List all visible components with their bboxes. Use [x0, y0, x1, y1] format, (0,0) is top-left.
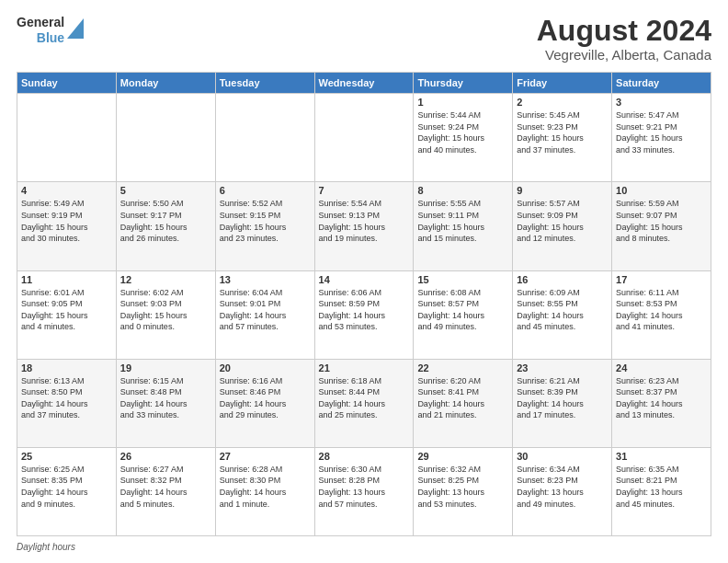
table-row: 10Sunrise: 5:59 AMSunset: 9:07 PMDayligh… — [612, 182, 711, 270]
table-row: 14Sunrise: 6:06 AMSunset: 8:59 PMDayligh… — [314, 270, 414, 359]
table-row: 16Sunrise: 6:09 AMSunset: 8:55 PMDayligh… — [513, 270, 612, 359]
table-row: 7Sunrise: 5:54 AMSunset: 9:13 PMDaylight… — [314, 182, 414, 270]
col-thursday: Thursday — [414, 73, 513, 94]
col-wednesday: Wednesday — [314, 73, 414, 94]
day-info: Sunrise: 5:55 AMSunset: 9:11 PMDaylight:… — [417, 198, 508, 244]
day-number: 14 — [319, 274, 410, 285]
day-info: Sunrise: 5:45 AMSunset: 9:23 PMDaylight:… — [517, 109, 608, 155]
day-number: 27 — [220, 451, 311, 462]
table-row: 21Sunrise: 6:18 AMSunset: 8:44 PMDayligh… — [314, 359, 414, 447]
calendar-week-5: 25Sunrise: 6:25 AMSunset: 8:35 PMDayligh… — [17, 447, 711, 535]
day-number: 8 — [417, 185, 508, 196]
calendar-week-2: 4Sunrise: 5:49 AMSunset: 9:19 PMDaylight… — [17, 182, 711, 270]
table-row: 17Sunrise: 6:11 AMSunset: 8:53 PMDayligh… — [612, 270, 711, 359]
day-info: Sunrise: 6:09 AMSunset: 8:55 PMDaylight:… — [517, 287, 608, 333]
day-info: Sunrise: 6:28 AMSunset: 8:30 PMDaylight:… — [220, 464, 311, 510]
table-row — [116, 94, 215, 182]
day-info: Sunrise: 6:18 AMSunset: 8:44 PMDaylight:… — [319, 375, 410, 421]
day-info: Sunrise: 5:52 AMSunset: 9:15 PMDaylight:… — [220, 198, 311, 244]
table-row: 2Sunrise: 5:45 AMSunset: 9:23 PMDaylight… — [513, 94, 612, 182]
day-info: Sunrise: 6:21 AMSunset: 8:39 PMDaylight:… — [517, 375, 608, 421]
table-row: 11Sunrise: 6:01 AMSunset: 9:05 PMDayligh… — [17, 270, 117, 359]
calendar-week-3: 11Sunrise: 6:01 AMSunset: 9:05 PMDayligh… — [17, 270, 711, 359]
day-info: Sunrise: 6:20 AMSunset: 8:41 PMDaylight:… — [417, 375, 508, 421]
title-block: August 2024 Vegreville, Alberta, Canada — [537, 15, 711, 63]
day-number: 3 — [616, 97, 707, 108]
table-row: 4Sunrise: 5:49 AMSunset: 9:19 PMDaylight… — [17, 182, 117, 270]
day-number: 12 — [120, 274, 211, 285]
table-row: 13Sunrise: 6:04 AMSunset: 9:01 PMDayligh… — [215, 270, 314, 359]
table-row: 24Sunrise: 6:23 AMSunset: 8:37 PMDayligh… — [612, 359, 711, 447]
day-number: 29 — [417, 451, 508, 462]
day-info: Sunrise: 5:54 AMSunset: 9:13 PMDaylight:… — [319, 198, 410, 244]
table-row: 19Sunrise: 6:15 AMSunset: 8:48 PMDayligh… — [116, 359, 215, 447]
day-info: Sunrise: 6:27 AMSunset: 8:32 PMDaylight:… — [120, 464, 211, 510]
logo-blue: Blue — [37, 30, 64, 46]
day-number: 13 — [220, 274, 311, 285]
calendar-week-4: 18Sunrise: 6:13 AMSunset: 8:50 PMDayligh… — [17, 359, 711, 447]
day-info: Sunrise: 6:34 AMSunset: 8:23 PMDaylight:… — [517, 464, 608, 510]
calendar-table: Sunday Monday Tuesday Wednesday Thursday… — [17, 72, 711, 536]
day-info: Sunrise: 6:16 AMSunset: 8:46 PMDaylight:… — [220, 375, 311, 421]
day-number: 9 — [517, 185, 608, 196]
table-row: 6Sunrise: 5:52 AMSunset: 9:15 PMDaylight… — [215, 182, 314, 270]
day-number: 5 — [120, 185, 211, 196]
table-row: 27Sunrise: 6:28 AMSunset: 8:30 PMDayligh… — [215, 447, 314, 535]
day-info: Sunrise: 6:02 AMSunset: 9:03 PMDaylight:… — [120, 287, 211, 333]
day-info: Sunrise: 6:01 AMSunset: 9:05 PMDaylight:… — [21, 287, 112, 333]
logo: General Blue — [17, 15, 84, 46]
day-number: 4 — [21, 185, 112, 196]
table-row: 22Sunrise: 6:20 AMSunset: 8:41 PMDayligh… — [414, 359, 513, 447]
logo-icon — [67, 18, 84, 39]
table-row: 12Sunrise: 6:02 AMSunset: 9:03 PMDayligh… — [116, 270, 215, 359]
day-number: 6 — [220, 185, 311, 196]
col-saturday: Saturday — [612, 73, 711, 94]
col-friday: Friday — [513, 73, 612, 94]
table-row: 1Sunrise: 5:44 AMSunset: 9:24 PMDaylight… — [414, 94, 513, 182]
day-number: 31 — [616, 451, 707, 462]
day-number: 25 — [21, 451, 112, 462]
day-number: 22 — [417, 362, 508, 373]
table-row: 20Sunrise: 6:16 AMSunset: 8:46 PMDayligh… — [215, 359, 314, 447]
day-number: 17 — [616, 274, 707, 285]
col-monday: Monday — [116, 73, 215, 94]
day-info: Sunrise: 5:59 AMSunset: 9:07 PMDaylight:… — [616, 198, 707, 244]
day-number: 18 — [21, 362, 112, 373]
table-row: 3Sunrise: 5:47 AMSunset: 9:21 PMDaylight… — [612, 94, 711, 182]
table-row: 23Sunrise: 6:21 AMSunset: 8:39 PMDayligh… — [513, 359, 612, 447]
table-row: 25Sunrise: 6:25 AMSunset: 8:35 PMDayligh… — [17, 447, 117, 535]
day-info: Sunrise: 5:49 AMSunset: 9:19 PMDaylight:… — [21, 198, 112, 244]
header: General Blue August 2024 Vegreville, Alb… — [17, 15, 711, 63]
day-number: 24 — [616, 362, 707, 373]
footer: Daylight hours — [17, 542, 711, 552]
day-info: Sunrise: 6:35 AMSunset: 8:21 PMDaylight:… — [616, 464, 707, 510]
day-info: Sunrise: 6:23 AMSunset: 8:37 PMDaylight:… — [616, 375, 707, 421]
col-sunday: Sunday — [17, 73, 117, 94]
table-row: 28Sunrise: 6:30 AMSunset: 8:28 PMDayligh… — [314, 447, 414, 535]
day-number: 2 — [517, 97, 608, 108]
table-row: 31Sunrise: 6:35 AMSunset: 8:21 PMDayligh… — [612, 447, 711, 535]
day-number: 21 — [319, 362, 410, 373]
calendar-header-row: Sunday Monday Tuesday Wednesday Thursday… — [17, 73, 711, 94]
day-info: Sunrise: 6:11 AMSunset: 8:53 PMDaylight:… — [616, 287, 707, 333]
day-number: 7 — [319, 185, 410, 196]
table-row: 15Sunrise: 6:08 AMSunset: 8:57 PMDayligh… — [414, 270, 513, 359]
table-row — [17, 94, 117, 182]
day-info: Sunrise: 6:06 AMSunset: 8:59 PMDaylight:… — [319, 287, 410, 333]
day-number: 28 — [319, 451, 410, 462]
day-number: 16 — [517, 274, 608, 285]
table-row: 18Sunrise: 6:13 AMSunset: 8:50 PMDayligh… — [17, 359, 117, 447]
day-info: Sunrise: 6:15 AMSunset: 8:48 PMDaylight:… — [120, 375, 211, 421]
day-info: Sunrise: 5:57 AMSunset: 9:09 PMDaylight:… — [517, 198, 608, 244]
day-number: 20 — [220, 362, 311, 373]
day-info: Sunrise: 6:25 AMSunset: 8:35 PMDaylight:… — [21, 464, 112, 510]
day-info: Sunrise: 5:44 AMSunset: 9:24 PMDaylight:… — [417, 109, 508, 155]
day-info: Sunrise: 6:04 AMSunset: 9:01 PMDaylight:… — [220, 287, 311, 333]
day-number: 1 — [417, 97, 508, 108]
table-row — [314, 94, 414, 182]
table-row: 29Sunrise: 6:32 AMSunset: 8:25 PMDayligh… — [414, 447, 513, 535]
day-info: Sunrise: 6:30 AMSunset: 8:28 PMDaylight:… — [319, 464, 410, 510]
day-number: 15 — [417, 274, 508, 285]
day-info: Sunrise: 6:13 AMSunset: 8:50 PMDaylight:… — [21, 375, 112, 421]
day-number: 23 — [517, 362, 608, 373]
